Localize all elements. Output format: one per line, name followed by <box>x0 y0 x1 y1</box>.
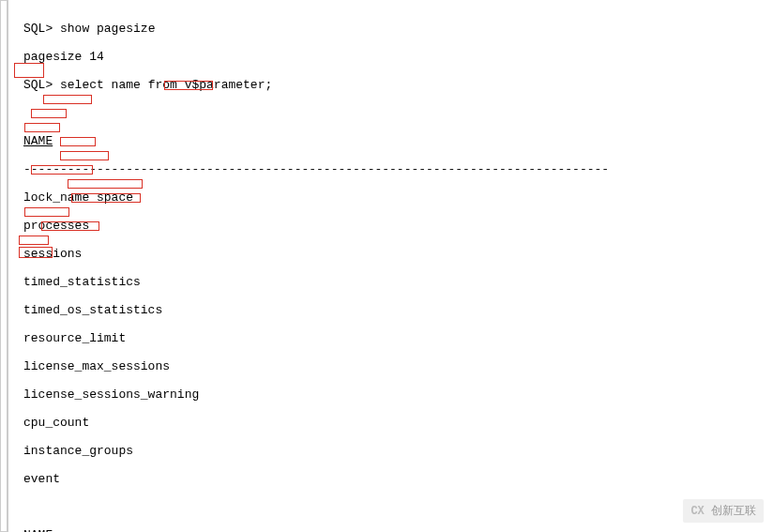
blank-line <box>23 106 758 120</box>
result-row: resource_limit <box>23 331 758 345</box>
output-line: pagesize 14 <box>23 50 758 64</box>
prompt-line: SQL> show pagesize <box>23 22 758 36</box>
column-header: NAME <box>23 528 758 532</box>
watermark-logo-icon: CX <box>690 505 704 518</box>
result-row: processes <box>23 219 758 233</box>
result-row: timed_os_statistics <box>23 303 758 317</box>
prompt-line: SQL> select name from v$parameter; <box>23 78 758 92</box>
separator-line: ----------------------------------------… <box>23 162 758 176</box>
result-row: cpu_count <box>23 416 758 430</box>
sql-prompt: SQL> <box>23 22 60 36</box>
blank-line <box>23 500 758 514</box>
column-header: NAME <box>23 134 758 148</box>
left-border-handle <box>0 0 8 532</box>
result-row: license_sessions_warning <box>23 388 758 402</box>
command-text: show pagesize <box>60 22 155 36</box>
result-row: lock_name_space <box>23 190 758 205</box>
watermark: CX 创新互联 <box>683 499 764 523</box>
result-row: timed_statistics <box>23 275 758 289</box>
command-text: select name from v$parameter; <box>60 78 272 92</box>
sql-prompt: SQL> <box>23 78 60 92</box>
result-row: license_max_sessions <box>23 359 758 373</box>
watermark-text: 创新互联 <box>711 505 756 518</box>
result-row: sessions <box>23 247 758 261</box>
terminal-output: SQL> show pagesize pagesize 14 SQL> sele… <box>8 0 773 532</box>
result-row: instance_groups <box>23 444 758 458</box>
result-row: event <box>23 472 758 486</box>
